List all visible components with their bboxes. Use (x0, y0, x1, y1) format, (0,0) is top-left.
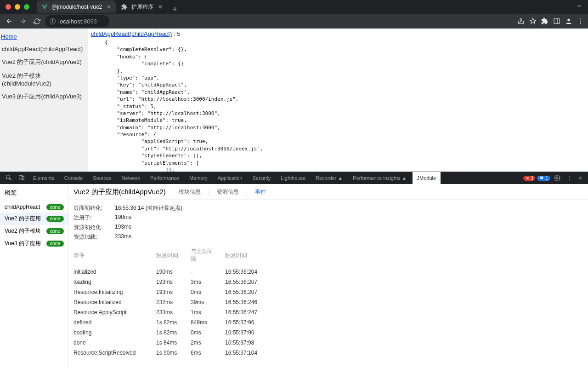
browser-chrome: @jmodule/host-vue2 ✕ 扩展程序 ✕ + (0, 0, 588, 29)
minimize-window-button[interactable] (15, 4, 20, 10)
table-cell: loading (69, 277, 152, 287)
page-main: childAppReact(childAppReact) : 5 { "comp… (88, 29, 588, 172)
panel-header: Vue2 的子应用(childAppVue2) 模块信息 | 资源信息 | 事件 (69, 184, 588, 200)
chevron-down-icon[interactable] (576, 3, 582, 11)
devtools-tab-network[interactable]: Network (117, 172, 145, 184)
table-cell: Resource:ApplyScript (69, 307, 152, 317)
devtools-tab-application[interactable]: Application (213, 172, 247, 184)
panel-tab-module-info[interactable]: 模块信息 (177, 188, 203, 196)
events-table: 事件 触发时间 与上次间隔 触发时间 initialized190ms-16:5… (69, 244, 588, 358)
svg-rect-0 (554, 19, 560, 24)
close-tab-icon[interactable]: ✕ (106, 4, 112, 10)
forward-button[interactable] (17, 16, 28, 27)
maximize-window-button[interactable] (24, 4, 29, 10)
table-cell: - (186, 267, 220, 277)
table-cell: Resource:Initialized (69, 297, 152, 307)
app-row-0[interactable]: childAppReact done (0, 201, 68, 213)
table-cell: 1s 82ms (152, 317, 186, 328)
devtools-tab-perf-insights[interactable]: Performance insights ▲ (348, 172, 411, 184)
table-cell: 16:55:36:247 (220, 307, 588, 317)
sidebar-item-vue2module[interactable]: Vue2 的子模块(childModuleVue2) (0, 69, 88, 90)
devtools-settings-icon[interactable] (551, 172, 563, 184)
module-suffix: : 5 (172, 30, 180, 37)
devtools-body: 概览 childAppReact done Vue2 的子应用 done Vue… (0, 184, 588, 368)
panel-tab-events[interactable]: 事件 (253, 188, 268, 196)
share-icon[interactable] (517, 17, 525, 25)
meta-val: 16:55:36:14 (时间计算起点) (115, 204, 182, 212)
address-bar[interactable]: i localhost:8093 (45, 15, 109, 27)
table-cell: 232ms (152, 297, 186, 307)
devtools-tab-security[interactable]: Security (248, 172, 275, 184)
menu-icon[interactable] (577, 17, 584, 25)
app-name: childAppReact (5, 204, 40, 210)
devtools-tab-lighthouse[interactable]: Lighthouse (276, 172, 310, 184)
devtools-tabs: Elements Console Sources Network Perform… (0, 172, 588, 184)
panel-title: Vue2 的子应用(childAppVue2) (74, 188, 166, 196)
devtools-tab-elements[interactable]: Elements (28, 172, 59, 184)
new-tab-button[interactable]: + (168, 5, 181, 13)
sidebar-item-vue2app[interactable]: Vue2 的子应用(childAppVue2) (0, 55, 88, 69)
meta-val: 233ms (115, 233, 131, 241)
info-count-badge[interactable]: 1 (537, 176, 550, 181)
sidebar-item-vue3app[interactable]: Vue3 的子应用(childAppVue3) (0, 90, 88, 104)
app-row-2[interactable]: Vue2 的子模块 done (0, 225, 68, 237)
devtools-more-icon[interactable]: ⋮ (564, 172, 575, 184)
device-toggle-icon[interactable] (16, 174, 28, 182)
reload-button[interactable] (31, 16, 42, 27)
sidebar-item-react[interactable]: childAppReact(childAppReact) (0, 43, 88, 55)
devtools-tab-recorder[interactable]: Recorder ▲ (311, 172, 347, 184)
status-badge: done (46, 216, 64, 222)
table-cell: 16:55:37:96 (220, 317, 588, 328)
table-row: Resource:ScriptResolved1s 90ms6ms16:55:3… (69, 348, 588, 358)
table-row: loading193ms3ms16:55:36:207 (69, 277, 588, 287)
devtools-tab-console[interactable]: Console (60, 172, 87, 184)
th-event: 事件 (69, 244, 152, 267)
error-count-badge[interactable]: ✕ 3 (523, 176, 535, 181)
browser-tab-0[interactable]: @jmodule/host-vue2 ✕ (37, 0, 116, 13)
th-time: 触发时间 (220, 244, 588, 267)
table-cell: 16:55:36:207 (220, 287, 588, 297)
table-cell: 16:55:36:246 (220, 297, 588, 307)
meta-val: 190ms (115, 214, 131, 222)
devtools-tab-performance[interactable]: Performance (146, 172, 184, 184)
table-row: defined1s 82ms849ms16:55:37:96 (69, 317, 588, 328)
close-window-button[interactable] (6, 4, 11, 10)
profile-icon[interactable] (565, 17, 572, 25)
table-cell: initialized (69, 267, 152, 277)
sidepanel-icon[interactable] (553, 17, 560, 25)
sidebar-item-home[interactable]: Home (0, 30, 88, 43)
titlebar: @jmodule/host-vue2 ✕ 扩展程序 ✕ + (0, 0, 588, 14)
th-delta: 与上次间隔 (186, 244, 220, 267)
status-badge: done (46, 228, 64, 234)
table-row: booting1s 82ms0ms16:55:37:96 (69, 328, 588, 338)
page-viewport: Home childAppReact(childAppReact) Vue2 的… (0, 29, 588, 172)
site-info-icon[interactable]: i (50, 18, 56, 24)
browser-tab-1[interactable]: 扩展程序 ✕ (117, 0, 167, 13)
devtools-tab-memory[interactable]: Memory (185, 172, 212, 184)
meta-val: 193ms (115, 224, 131, 231)
table-cell: 0ms (186, 287, 220, 297)
panel-tab-resource-info[interactable]: 资源信息 (215, 188, 241, 196)
app-row-1[interactable]: Vue2 的子应用 done (0, 213, 68, 225)
inspect-element-icon[interactable] (3, 174, 15, 182)
bookmark-icon[interactable] (529, 17, 537, 25)
meta-block: 页面初始化:16:55:36:14 (时间计算起点) 注册于:190ms 资源初… (69, 200, 588, 244)
close-tab-icon[interactable]: ✕ (157, 4, 164, 10)
tab-label: 扩展程序 (131, 3, 153, 11)
svg-point-2 (567, 19, 570, 21)
devtools-close-icon[interactable]: ✕ (576, 172, 585, 184)
table-cell: 1s 82ms (152, 328, 186, 338)
table-cell: 849ms (186, 317, 220, 328)
app-name: Vue3 的子应用 (5, 240, 41, 247)
back-button[interactable] (4, 16, 15, 27)
table-row: Resource:Initializing193ms0ms16:55:36:20… (69, 287, 588, 297)
app-row-3[interactable]: Vue3 的子应用 done (0, 237, 68, 250)
toolbar-actions (517, 17, 584, 25)
meta-key: 注册于: (74, 214, 115, 222)
table-cell: 233ms (152, 307, 186, 317)
module-link[interactable]: childAppReact(childAppReact) (91, 30, 172, 37)
divider: | (246, 189, 248, 196)
devtools-tab-sources[interactable]: Sources (88, 172, 116, 184)
extensions-icon[interactable] (541, 17, 548, 25)
devtools-tab-jmodule[interactable]: JModule (413, 172, 441, 184)
